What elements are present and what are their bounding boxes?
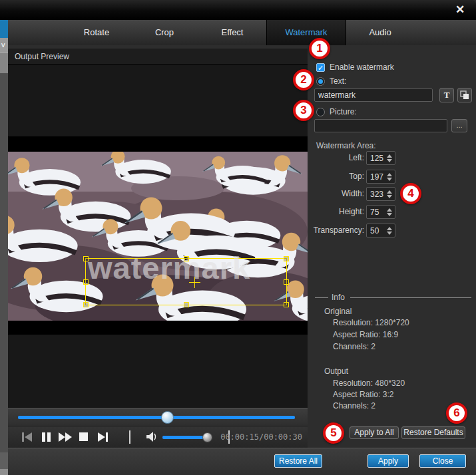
spin-up-icon[interactable] (387, 173, 392, 176)
left-spin-row: Left: 125 (308, 151, 476, 165)
spin-down-icon[interactable] (387, 178, 392, 181)
video-frame-image: watermark (8, 152, 308, 321)
video-letterbox: watermark (8, 136, 308, 335)
move-crosshair-icon[interactable] (189, 277, 200, 288)
text-radio[interactable] (316, 77, 325, 86)
volume-handle[interactable] (202, 432, 212, 442)
resize-handle-bottom-left[interactable] (83, 302, 89, 307)
tab-effect[interactable]: Effect (198, 20, 266, 45)
background-window-strip (0, 73, 8, 452)
overlap-squares-icon (460, 90, 469, 100)
output-resolution: Resolution: 480*320 (333, 379, 405, 388)
spin-down-icon[interactable] (387, 232, 392, 235)
picture-radio-row[interactable]: Picture: (316, 107, 357, 116)
tab-crop[interactable]: Crop (130, 20, 198, 45)
resize-handle-bottom-right[interactable] (284, 302, 289, 307)
spin-up-icon[interactable] (387, 208, 392, 212)
resize-handle-top-left[interactable] (83, 256, 89, 261)
close-icon[interactable]: ✕ (451, 3, 469, 17)
spin-down-icon[interactable] (387, 213, 392, 216)
resize-handle-top-right[interactable] (284, 256, 289, 261)
browse-button[interactable]: ... (451, 119, 467, 132)
font-button[interactable]: T (439, 88, 454, 102)
watermark-selection-box[interactable]: watermark (85, 258, 287, 305)
spin-up-icon[interactable] (387, 190, 392, 194)
background-window-strip (0, 52, 8, 73)
skip-next-button[interactable] (95, 431, 110, 443)
tab-bar: Rotate Crop Effect Watermark Audio (8, 20, 476, 45)
background-window-strip-text: v (0, 38, 8, 52)
spin-down-icon[interactable] (387, 159, 392, 162)
background-window-strip (0, 20, 8, 38)
annotation-circle-3: 3 (293, 100, 314, 121)
volume-slider[interactable] (162, 436, 210, 439)
speaker-icon[interactable] (145, 431, 160, 443)
spin-down-icon[interactable] (387, 195, 392, 198)
top-value: 197 (370, 172, 383, 182)
text-radio-row[interactable]: Text: (316, 77, 346, 86)
width-value: 323 (370, 190, 383, 199)
restore-all-button[interactable]: Restore All (274, 454, 322, 468)
resize-handle-top-center[interactable] (184, 256, 189, 261)
preview-stage: watermark (8, 65, 308, 408)
resize-handle-mid-right[interactable] (284, 279, 289, 285)
resize-handle-mid-left[interactable] (83, 279, 89, 285)
annotation-circle-2: 2 (293, 69, 314, 90)
output-preview-header: Output Preview (8, 49, 308, 65)
restore-defaults-button[interactable]: Restore Defaults (401, 426, 465, 439)
left-value: 125 (370, 154, 383, 163)
stop-button[interactable] (77, 431, 92, 443)
text-radio-label: Text: (330, 77, 346, 86)
left-label: Left: (349, 153, 364, 162)
skip-back-button[interactable] (20, 431, 35, 443)
apply-to-all-button[interactable]: Apply to All (350, 426, 399, 439)
annotation-circle-4: 4 (400, 183, 421, 204)
close-button[interactable]: Close (419, 454, 466, 468)
player-controls: 00:00:15/00:00:30 (8, 426, 308, 448)
annotation-circle-5: 5 (323, 422, 344, 444)
edit-dialog: v ✕ Rotate Crop Effect Watermark Audio O… (0, 0, 476, 475)
watermark-settings-panel: ✓ Enable watermark Text: T Picture: ... (308, 45, 476, 448)
top-spin-row: Top: 197 (308, 170, 476, 184)
picture-radio-label: Picture: (330, 107, 357, 116)
width-spinner[interactable]: 323 (366, 187, 395, 201)
original-resolution: Resolution: 1280*720 (333, 318, 409, 327)
resize-handle-bottom-center[interactable] (184, 302, 189, 307)
top-spinner[interactable]: 197 (366, 170, 395, 184)
transparency-value: 50 (370, 226, 379, 236)
spin-up-icon[interactable] (387, 227, 392, 230)
dialog-titlebar: ✕ (0, 0, 476, 20)
picture-path-input[interactable] (314, 119, 447, 132)
enable-watermark-row[interactable]: ✓ Enable watermark (316, 63, 394, 72)
transparency-label: Transparency: (314, 226, 364, 235)
tab-audio[interactable]: Audio (346, 20, 414, 45)
background-window-strip (0, 469, 8, 475)
info-title: Info (332, 293, 345, 302)
info-divider (350, 297, 471, 298)
annotation-circle-6: 6 (446, 402, 467, 424)
playback-time: 00:00:15/00:00:30 (220, 432, 302, 442)
original-channels: Channels: 2 (333, 342, 375, 351)
seek-bar[interactable] (8, 408, 308, 426)
transparency-spinner[interactable]: 50 (366, 224, 395, 238)
height-label: Height: (339, 207, 364, 216)
picture-radio[interactable] (316, 108, 325, 116)
spin-up-icon[interactable] (387, 154, 392, 158)
height-spinner[interactable]: 75 (366, 205, 395, 219)
color-button[interactable] (457, 88, 472, 102)
apply-button[interactable]: Apply (367, 454, 409, 468)
watermark-area-label: Watermark Area: (316, 141, 376, 150)
tab-rotate[interactable]: Rotate (63, 20, 130, 45)
pause-button[interactable] (39, 431, 54, 443)
seek-handle[interactable] (161, 411, 174, 424)
height-spin-row: Height: 75 (308, 205, 476, 219)
tab-watermark[interactable]: Watermark (266, 20, 346, 45)
enable-watermark-checkbox[interactable]: ✓ (316, 63, 325, 72)
left-spinner[interactable]: 125 (366, 151, 395, 165)
output-aspect-ratio: Aspect Ratio: 3:2 (333, 390, 393, 399)
info-divider (315, 297, 328, 298)
fast-forward-button[interactable] (57, 431, 72, 443)
watermark-text-input[interactable] (314, 88, 433, 102)
seek-track[interactable] (18, 416, 295, 419)
output-title: Output (324, 367, 348, 376)
